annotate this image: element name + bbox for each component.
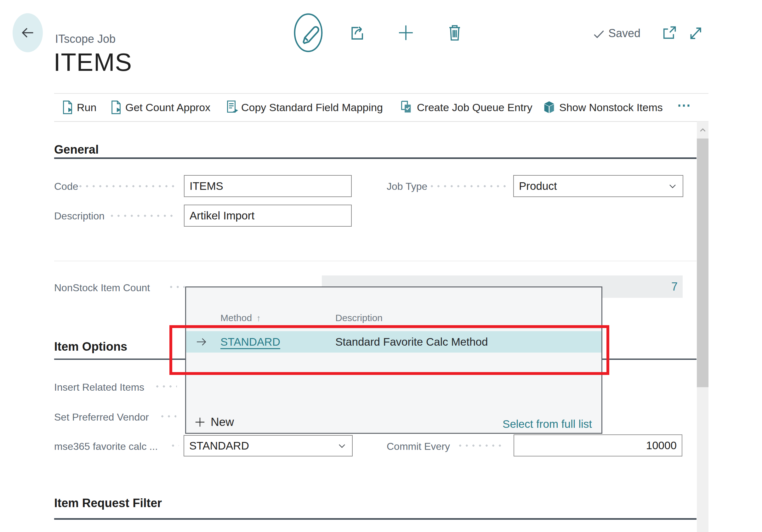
action-create-job-queue-entry[interactable]: Create Job Queue Entry <box>417 101 532 114</box>
run-icon <box>61 100 74 115</box>
code-input[interactable]: ITEMS <box>184 175 352 197</box>
current-row-arrow-icon <box>195 336 207 347</box>
scrollbar-thumb[interactable] <box>697 138 709 387</box>
dotted-leader <box>431 185 506 187</box>
plus-icon <box>396 22 416 43</box>
action-run[interactable]: Run <box>77 101 96 114</box>
scrollbar-up-button[interactable] <box>697 121 709 138</box>
mse365-favorite-calc-select[interactable]: STANDARD <box>184 435 353 456</box>
create-job-queue-entry-icon <box>399 100 414 115</box>
back-arrow-icon <box>20 25 36 41</box>
expand-icon <box>686 23 705 43</box>
description-label: Description <box>54 210 105 222</box>
divider <box>186 328 601 329</box>
chevron-down-icon <box>667 181 678 192</box>
commit-every-label: Commit Every <box>387 440 450 453</box>
description-input[interactable]: Artikel Import <box>184 205 352 227</box>
copy-standard-field-mapping-icon <box>225 100 239 115</box>
action-get-count-approx[interactable]: Get Count Approx <box>125 101 210 114</box>
set-preferred-vendor-label: Set Preferred Vendor <box>54 411 149 423</box>
trash-icon <box>445 22 464 43</box>
section-underline <box>54 518 697 520</box>
code-label: Code <box>54 180 78 192</box>
divider <box>54 261 697 261</box>
dotted-leader <box>79 185 177 187</box>
pencil-icon <box>293 13 323 53</box>
dotted-leader <box>170 286 185 288</box>
open-in-new-window-button[interactable] <box>660 23 678 42</box>
section-heading-item-request-filter: Item Request Filter <box>54 496 162 510</box>
job-type-label: Job Type <box>387 180 427 192</box>
description-column-header[interactable]: Description <box>335 312 383 324</box>
lookup-row-standard[interactable]: STANDARD Standard Favorite Calc Method <box>186 331 601 352</box>
more-actions-button[interactable]: ⋯ <box>677 98 692 112</box>
share-button[interactable] <box>348 21 366 43</box>
dotted-leader <box>111 215 177 217</box>
dotted-leader <box>161 415 176 418</box>
dotted-leader <box>459 444 505 447</box>
chevron-down-icon <box>336 440 347 451</box>
back-button[interactable] <box>13 13 43 52</box>
chevron-up-icon <box>698 126 708 133</box>
divider <box>54 121 709 122</box>
delete-button[interactable] <box>445 22 464 43</box>
job-type-select[interactable]: Product <box>513 175 683 197</box>
row-description: Standard Favorite Calc Method <box>335 331 488 352</box>
dotted-leader <box>172 444 179 447</box>
edit-button[interactable] <box>293 13 323 53</box>
section-underline <box>54 157 697 159</box>
popout-icon <box>660 23 678 42</box>
divider <box>54 93 709 94</box>
share-icon <box>348 21 366 43</box>
select-from-full-list-link[interactable]: Select from full list <box>502 418 592 430</box>
dotted-leader <box>156 385 177 388</box>
new-record-button[interactable] <box>396 22 416 43</box>
method-column-header-label: Method <box>220 313 252 323</box>
nonstock-count-label: NonStock Item Count <box>54 281 150 294</box>
page-title: ITEMS <box>53 46 132 78</box>
get-count-approx-icon <box>110 100 123 115</box>
page: ITscope Job <box>0 0 762 532</box>
action-show-nonstock-items[interactable]: Show Nonstock Items <box>559 101 663 114</box>
method-column-header[interactable]: Method ↑ <box>220 312 261 324</box>
mse365-favorite-calc-value: STANDARD <box>189 439 249 452</box>
section-heading-general: General <box>54 142 99 157</box>
insert-related-items-label: Insert Related Items <box>54 381 144 394</box>
method-lookup-popup: Method ↑ Description STANDARD Standard F… <box>185 286 602 434</box>
app-title: ITscope Job <box>55 32 115 46</box>
mse365-favorite-calc-label: mse365 favorite calc ... <box>54 440 158 453</box>
show-nonstock-items-icon <box>542 100 557 115</box>
save-status: Saved <box>608 27 641 40</box>
section-heading-item-options: Item Options <box>54 340 127 354</box>
popup-new-button[interactable]: New <box>193 416 234 429</box>
saved-check-icon <box>592 27 606 41</box>
method-link[interactable]: STANDARD <box>220 331 280 352</box>
sort-ascending-icon: ↑ <box>256 313 261 323</box>
expand-page-button[interactable] <box>686 23 705 43</box>
commit-every-input[interactable]: 10000 <box>513 434 682 456</box>
action-copy-standard-field-mapping[interactable]: Copy Standard Field Mapping <box>241 101 383 114</box>
job-type-value: Product <box>519 180 557 192</box>
plus-icon <box>193 416 206 428</box>
popup-new-label: New <box>211 416 234 429</box>
